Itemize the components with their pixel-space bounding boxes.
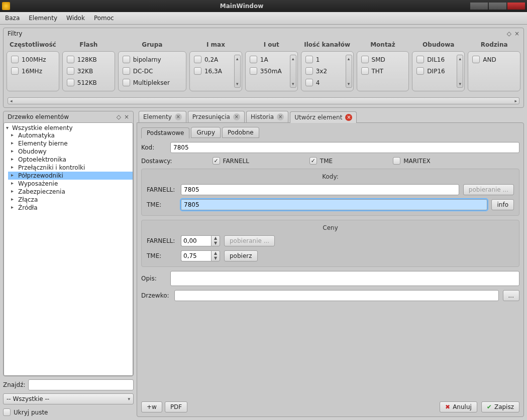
tree-node[interactable]: Złącza (8, 196, 133, 204)
minimize-button[interactable] (470, 3, 488, 10)
filter-ilosc-scroll[interactable]: ▴▾ (346, 55, 352, 88)
find-label: Znajdź: (3, 381, 25, 388)
menu-pomoc[interactable]: Pomoc (94, 15, 114, 22)
supplier-farnell-checkbox[interactable]: FARNELL (213, 157, 249, 165)
tree-node[interactable]: Wyposażenie (8, 180, 133, 188)
filters-panel: Filtry ◇ × Częstotliwość 100MHz 16MHz Fl… (3, 28, 524, 108)
tree-node[interactable]: Automatyka (8, 131, 133, 139)
tme-code-input[interactable] (181, 199, 487, 210)
filters-title: Filtry (8, 30, 22, 37)
tme-info-button[interactable]: info (491, 199, 514, 210)
filter-grupa-bipolarny[interactable]: bipolarny (123, 56, 182, 63)
farnell-code-label: FARNELL: (147, 186, 177, 193)
tree-filter-combo[interactable]: -- Wszystkie --▾ (3, 393, 134, 404)
price-farnell-fetch-button[interactable]: pobieranie ... (224, 235, 275, 246)
filter-rodzina-and[interactable]: AND (472, 56, 516, 63)
filter-imax-scroll[interactable]: ▴▾ (234, 55, 241, 88)
price-tme-fetch-button[interactable]: pobierz (224, 250, 258, 261)
tab-przesuniecia[interactable]: Przesunięcia× (188, 111, 245, 122)
filter-flash-32kb[interactable]: 32KB (67, 67, 111, 75)
filters-close-icon[interactable]: × (514, 30, 519, 37)
save-button[interactable]: ✔Zapisz (481, 401, 519, 412)
chevron-down-icon: ▾ (128, 396, 130, 401)
filter-iout-1a[interactable]: 1A (250, 56, 293, 63)
filter-obudowa-scroll[interactable]: ▴▾ (457, 55, 463, 88)
subtab-grupy[interactable]: Grupy (191, 127, 221, 138)
tree-float-icon[interactable]: ◇ (117, 113, 121, 120)
close-icon[interactable]: × (277, 113, 284, 120)
ceny-group: Ceny FARNELL: ▲▼ pobieranie ... TME: (141, 220, 519, 267)
opis-input[interactable] (170, 271, 519, 286)
close-icon[interactable]: × (345, 114, 352, 121)
main-tabbar: Elementy× Przesunięcia× Historia× Utwórz… (137, 111, 524, 122)
app-icon (2, 2, 10, 10)
tree-node[interactable]: Źródła (8, 204, 133, 212)
menu-elementy[interactable]: Elementy (29, 15, 57, 22)
filter-col-montaz-title: Montaż (357, 41, 409, 48)
farnell-code-input[interactable] (181, 184, 459, 195)
supplier-tme-checkbox[interactable]: TME (309, 157, 333, 165)
tree-node[interactable]: Obudowy (8, 148, 133, 156)
tree-node[interactable]: Półprzewodniki (8, 172, 133, 180)
tree-node[interactable]: Optoelektronika (8, 156, 133, 164)
filter-col-obudowa-title: Obudowa (412, 41, 465, 48)
drzewko-browse-button[interactable]: ... (503, 290, 519, 301)
filter-iout-scroll[interactable]: ▴▾ (290, 55, 296, 88)
farnell-fetch-button[interactable]: pobieranie ... (463, 184, 514, 195)
filter-freq-16mhz[interactable]: 16MHz (11, 67, 55, 75)
tree-node[interactable]: Elementy bierne (8, 139, 133, 148)
close-icon[interactable]: × (233, 113, 240, 120)
tab-utworz-element[interactable]: Utwórz element× (290, 111, 357, 123)
hide-empty-checkbox[interactable]: Ukryj puste (3, 408, 48, 416)
filter-col-imax-title: I max (189, 41, 242, 48)
price-farnell-spinner[interactable]: ▲▼ (181, 235, 220, 246)
menu-widok[interactable]: Widok (66, 15, 85, 22)
filter-ilosc-4[interactable]: 4 (305, 79, 349, 86)
filter-freq-100mhz[interactable]: 100MHz (11, 56, 55, 63)
opis-label: Opis: (141, 275, 166, 282)
tree-node[interactable]: Przełączniki i kontrolki (8, 164, 133, 172)
pdf-button[interactable]: PDF (165, 401, 187, 412)
subtab-podstawowe[interactable]: Podstawowe (141, 127, 189, 138)
maximize-button[interactable] (489, 3, 506, 10)
supplier-maritex-checkbox[interactable]: MARITEX (393, 157, 431, 165)
filter-col-iout-title: I out (245, 41, 298, 48)
kod-input[interactable] (170, 142, 519, 153)
tree-title: Drzewko elementów (8, 113, 69, 120)
cancel-button[interactable]: ✖Anuluj (440, 401, 477, 412)
filter-grupa-multiplekser[interactable]: Multiplekser (123, 79, 182, 86)
filter-montaz-tht[interactable]: THT (361, 67, 405, 75)
drzewko-input[interactable] (174, 290, 499, 301)
filter-imax-163a[interactable]: 16,3A (194, 67, 238, 75)
filter-ilosc-3x2[interactable]: 3x2 (305, 67, 349, 75)
price-tme-spinner[interactable]: ▲▼ (181, 250, 220, 261)
filter-imax-02a[interactable]: 0,2A (194, 56, 238, 63)
subtab-podobne[interactable]: Podobne (222, 127, 259, 138)
close-icon[interactable]: × (175, 113, 182, 120)
filter-montaz-smd[interactable]: SMD (361, 56, 405, 63)
filter-obudowa-dil16[interactable]: DIL16 (416, 56, 460, 63)
close-button[interactable] (507, 3, 525, 10)
kody-group: Kody: FARNELL: pobieranie ... TME: info (141, 169, 519, 216)
filter-col-grupa-title: Grupa (118, 41, 186, 48)
plus-w-button[interactable]: +w (141, 401, 162, 412)
tab-historia[interactable]: Historia× (246, 111, 288, 122)
window-title: MainWindow (13, 3, 470, 10)
tree-node[interactable]: Zabezpieczenia (8, 188, 133, 196)
dostawcy-label: Dostawcy: (141, 158, 172, 165)
filter-iout-350ma[interactable]: 350mA (250, 67, 293, 75)
filters-hscroll[interactable]: ◂▸ (8, 97, 519, 104)
filter-grupa-dcdc[interactable]: DC-DC (123, 67, 182, 75)
find-input[interactable] (28, 379, 134, 390)
tree-close-icon[interactable]: × (124, 113, 129, 120)
filter-flash-512kb[interactable]: 512KB (67, 79, 111, 86)
tree-root[interactable]: Wszystkie elementy (8, 124, 133, 131)
tree-view[interactable]: Wszystkie elementy AutomatykaElementy bi… (4, 122, 133, 376)
menu-baza[interactable]: Baza (5, 15, 20, 22)
filter-col-rodzina-title: Rodzina (468, 41, 520, 48)
filter-obudowa-dip16[interactable]: DIP16 (416, 67, 460, 75)
filters-float-icon[interactable]: ◇ (507, 30, 511, 37)
tab-elementy[interactable]: Elementy× (139, 111, 186, 122)
filter-ilosc-1[interactable]: 1 (305, 56, 349, 63)
filter-flash-128kb[interactable]: 128KB (67, 56, 111, 63)
